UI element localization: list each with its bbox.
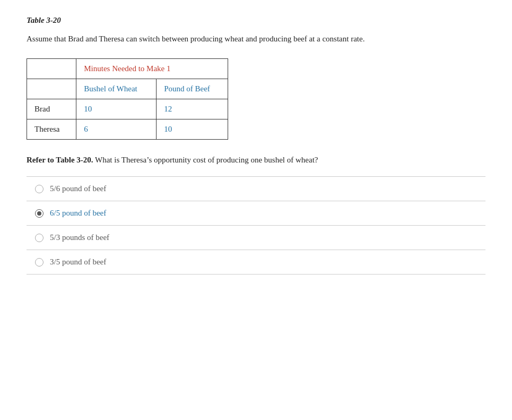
option-2-label: 6/5 pound of beef	[50, 209, 106, 218]
question-text: Refer to Table 3-20. What is Theresa’s o…	[27, 156, 485, 165]
theresa-wheat-value: 6	[84, 125, 88, 133]
option-3[interactable]: 5/3 pounds of beef	[27, 226, 485, 250]
col1-header: Bushel of Wheat	[84, 84, 137, 93]
question-bold: Refer to Table 3-20.	[27, 156, 93, 164]
option-2[interactable]: 6/5 pound of beef	[27, 201, 485, 226]
option-1[interactable]: 5/6 pound of beef	[27, 177, 485, 201]
theresa-beef-value: 10	[164, 125, 172, 133]
intro-text: Assume that Brad and Theresa can switch …	[27, 35, 485, 44]
col2-header: Pound of Beef	[164, 84, 210, 93]
brad-beef-value: 12	[164, 105, 172, 113]
radio-2-fill	[37, 211, 41, 216]
radio-4[interactable]	[35, 258, 44, 267]
option-1-label: 5/6 pound of beef	[50, 184, 106, 193]
radio-3[interactable]	[35, 234, 44, 242]
data-table: Minutes Needed to Make 1 Bushel of Wheat…	[27, 58, 228, 140]
row-brad-label: Brad	[34, 105, 50, 113]
options-container: 5/6 pound of beef 6/5 pound of beef 5/3 …	[27, 176, 485, 275]
option-4[interactable]: 3/5 pound of beef	[27, 250, 485, 275]
option-3-label: 5/3 pounds of beef	[50, 233, 109, 242]
table-header-main: Minutes Needed to Make 1	[84, 64, 170, 73]
radio-2[interactable]	[35, 209, 44, 218]
question-rest: What is Theresa’s opportunity cost of pr…	[93, 156, 318, 164]
option-4-label: 3/5 pound of beef	[50, 258, 106, 267]
brad-wheat-value: 10	[84, 105, 92, 113]
radio-1[interactable]	[35, 185, 44, 193]
table-label: Table 3-20	[27, 16, 485, 25]
row-theresa-label: Theresa	[34, 125, 59, 133]
